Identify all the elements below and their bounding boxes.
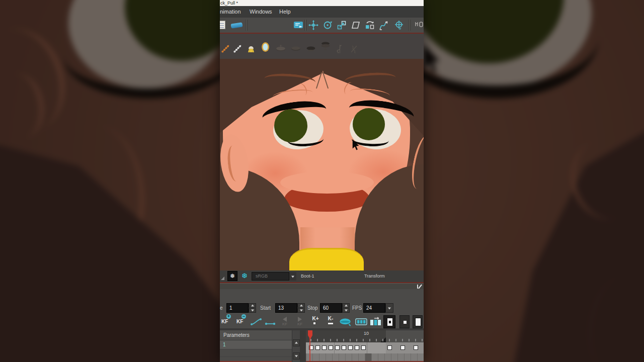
s-curve-icon-2[interactable] (350, 44, 358, 56)
toolbar-separator (246, 20, 248, 31)
main-toolbar: Default (220, 18, 424, 33)
screen: ck_Pull * nimation Windows Help Default (0, 0, 644, 362)
panel-corner-marks (221, 277, 224, 280)
toolbar-separator (409, 20, 411, 31)
start-frame-field[interactable]: 13 (275, 303, 297, 313)
keyframe-marker[interactable] (335, 345, 340, 350)
minus-icon: − (242, 314, 246, 319)
fps-label: FPS (352, 303, 362, 313)
add-keyframe-button[interactable]: KF + (221, 315, 228, 328)
keyframe-marker[interactable] (387, 345, 392, 350)
add-exposure-button[interactable]: K+ (310, 315, 321, 328)
document-icon[interactable] (220, 21, 225, 29)
current-frame-field[interactable]: 1 (226, 303, 249, 313)
character-upper-lip (280, 171, 374, 194)
stop-spinner[interactable] (342, 303, 350, 313)
opengl-mode-button[interactable]: ❆ (239, 271, 250, 281)
parameter-row[interactable]: 1 (220, 340, 292, 349)
keyframe-marker[interactable] (342, 345, 346, 350)
skew-icon[interactable] (351, 20, 361, 30)
snowflake-white-icon: ❅ (230, 273, 235, 280)
panel-divider[interactable] (300, 330, 306, 362)
bone-chain-orange-icon[interactable] (221, 44, 230, 55)
menu-animation[interactable]: nimation (220, 6, 241, 18)
menu-windows[interactable]: Windows (250, 6, 272, 18)
rotate-icon[interactable] (323, 20, 333, 30)
toolbar-separator (305, 20, 306, 31)
harmony-window: ck_Pull * nimation Windows Help Default (220, 0, 424, 362)
color-space-value: sRGB (252, 273, 289, 280)
stop-label: Stop (307, 303, 318, 313)
prev-triangle-icon (283, 317, 287, 322)
track-separator (334, 342, 335, 353)
playhead-line (309, 330, 310, 361)
keyframe-marker[interactable] (329, 345, 333, 350)
title-bar: ck_Pull * (220, 0, 424, 6)
tools-icon[interactable] (414, 20, 424, 30)
keyframe-track[interactable] (306, 342, 424, 353)
scroll-up-button[interactable] (293, 339, 300, 346)
show-data-view-toggle[interactable] (383, 315, 395, 328)
keyframe-marker[interactable] (322, 345, 327, 350)
parameters-header-label: Parameters (220, 330, 292, 340)
character-collar (289, 248, 364, 270)
bone-chain-white-icon[interactable] (233, 44, 242, 55)
k-plus-label: K+ (310, 315, 321, 322)
start-label: Start (260, 303, 271, 313)
start-spinner[interactable] (297, 303, 305, 313)
disc-icon-2[interactable] (290, 44, 301, 54)
keyframe-marker[interactable] (400, 345, 405, 350)
stop-frame-field[interactable]: 60 (320, 303, 342, 313)
scroll-down-button[interactable] (293, 352, 300, 359)
plus-icon: + (226, 314, 231, 319)
timeline-scrollbar[interactable] (292, 330, 300, 362)
disc-icon-1[interactable] (275, 44, 286, 54)
transport-toolbar: KF + KF − KF KF (220, 315, 424, 328)
fps-dropdown-arrow[interactable] (385, 303, 393, 313)
row-divider (220, 356, 292, 357)
render-mode-button[interactable]: ❅ (227, 271, 237, 281)
translate-icon[interactable] (308, 20, 318, 30)
ruler-frame-number: 10 (361, 331, 371, 336)
show-all-toggle[interactable] (413, 315, 423, 328)
keyframe-marker[interactable] (355, 345, 359, 350)
next-kf-label: KF (295, 322, 305, 326)
keyframe-marker[interactable] (414, 345, 418, 350)
disc-icon-3[interactable] (305, 44, 316, 54)
keyframe-marker[interactable] (315, 345, 320, 350)
menu-help[interactable]: Help (279, 6, 291, 18)
timeline-panel: e 1 Start 13 Stop 60 FPS 24 KF + KF − (220, 289, 424, 362)
reposition-icon[interactable] (379, 20, 389, 30)
keyframe-marker[interactable] (361, 345, 366, 350)
scale-icon[interactable] (337, 20, 347, 30)
exposure-track[interactable] (306, 353, 424, 361)
camera-status-bar: ❅ ❆ sRGB Boot-1 Transform (220, 270, 424, 282)
show-grouping-toggle[interactable] (399, 315, 410, 328)
s-curve-icon-1[interactable] (336, 44, 344, 56)
timeline-ruler[interactable]: 10 (306, 330, 424, 342)
next-keyframe-button[interactable]: KF (295, 315, 305, 328)
color-space-dropdown[interactable]: sRGB (252, 272, 289, 281)
keyframe-marker[interactable] (348, 345, 353, 350)
remove-exposure-button[interactable]: K- (325, 315, 336, 328)
prev-kf-label: KF (280, 322, 290, 326)
disc-icon-4[interactable] (320, 41, 331, 53)
fps-field[interactable]: 24 (363, 303, 385, 313)
current-node-label: Boot-1 (301, 270, 314, 282)
flip-icon[interactable] (365, 20, 375, 30)
track-separator (367, 342, 367, 353)
character-left-eye (270, 105, 328, 153)
previous-keyframe-button[interactable]: KF (280, 315, 290, 328)
frame-spinner[interactable] (249, 303, 256, 313)
pencil-icon[interactable] (418, 284, 422, 289)
k-minus-label: K- (325, 315, 336, 322)
deformation-toolbar (220, 34, 424, 59)
mirror-icon[interactable] (261, 42, 270, 54)
workspace-icon[interactable] (293, 20, 303, 30)
remove-keyframe-button[interactable]: KF − (236, 315, 243, 328)
pivot-icon[interactable] (394, 20, 404, 30)
camera-view[interactable] (220, 59, 424, 270)
brush-icon[interactable] (230, 22, 243, 28)
lamp-icon[interactable] (247, 44, 256, 55)
color-space-dropdown-arrow[interactable] (289, 272, 296, 281)
